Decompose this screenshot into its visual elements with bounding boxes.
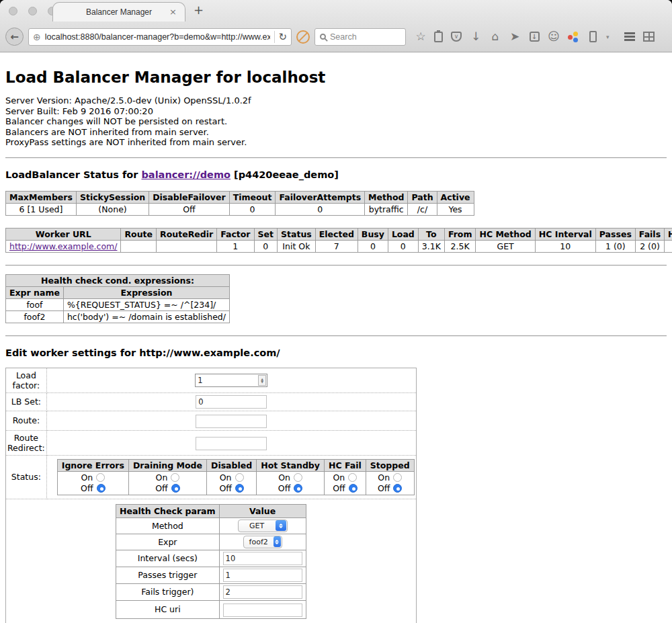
menu-hamburger-icon[interactable] [624, 36, 635, 38]
overflow-caret-icon[interactable]: ▾ [606, 34, 610, 40]
col-hc-method: HC Method [476, 228, 535, 240]
stopped-on-radio[interactable] [393, 473, 402, 482]
hc-fail-off-radio[interactable] [349, 484, 358, 493]
cell-maxmembers: 6 [1 Used] [6, 203, 77, 215]
edit-worker-heading: Edit worker settings for http://www.exam… [5, 347, 667, 358]
cell-expr-name: foof2 [6, 310, 64, 323]
window-close-button[interactable] [9, 7, 17, 15]
extension-colors-icon[interactable] [568, 32, 579, 42]
method-select[interactable]: GET [238, 520, 288, 532]
col-stopped: Stopped [366, 459, 414, 471]
back-button[interactable]: ← [5, 28, 24, 46]
reload-icon[interactable]: ↻ [278, 31, 287, 43]
url-bar[interactable]: ⊕ localhost:8880/balancer-manager?b=demo… [28, 28, 292, 46]
navigation-toolbar: ← ⊕ localhost:8880/balancer-manager?b=de… [0, 22, 672, 52]
draining-mode-on-radio[interactable] [171, 473, 179, 482]
cell-hc-interval: 10 [535, 240, 595, 252]
cell-set: 0 [254, 240, 277, 252]
load-factor-input[interactable]: 1 ▲▼ [195, 374, 267, 387]
status-heading-prefix: LoadBalancer Status for [5, 169, 141, 180]
ignore-errors-off-radio[interactable] [97, 484, 106, 493]
col-status: Status [278, 228, 316, 240]
fails-value: 2 [226, 587, 230, 597]
radio-on-label: On [220, 472, 232, 483]
col-factor: Factor [217, 228, 254, 240]
feedback-smiley-icon[interactable]: ☺ [548, 31, 560, 43]
expr-select[interactable]: foof2 [243, 536, 282, 548]
interval-param-label: Interval (secs) [116, 550, 220, 567]
radio-off-label: Off [333, 483, 345, 493]
lb-set-value: 0 [198, 397, 203, 407]
draining-mode-off-radio[interactable] [171, 484, 180, 493]
server-version-line: Server Version: Apache/2.5.0-dev (Unix) … [5, 95, 667, 106]
route-input[interactable] [196, 415, 267, 428]
col-routeredir: RouteRedir [157, 228, 217, 240]
cell-hc-uri [665, 240, 672, 252]
cell-elected: 7 [315, 240, 358, 252]
pocket-icon[interactable]: ∨ [451, 32, 462, 42]
save-page-icon[interactable]: ↓ [530, 32, 540, 42]
ignore-errors-on-radio[interactable] [96, 473, 105, 482]
number-stepper-icon[interactable]: ▲▼ [258, 375, 266, 386]
cell-path: /c/ [408, 203, 437, 215]
hot-standby-on-radio[interactable] [294, 473, 302, 482]
disabled-on-radio[interactable] [235, 473, 244, 482]
home-icon[interactable]: ⌂ [489, 31, 501, 43]
url-text[interactable]: localhost:8880/balancer-manager?b=demo&w… [45, 32, 270, 42]
new-tab-button[interactable]: + [194, 4, 204, 16]
col-ignore-errors: Ignore Errors [57, 459, 128, 471]
fails-param-label: Fails trigger) [116, 583, 220, 600]
content-blocker-icon[interactable] [296, 30, 310, 44]
expr-row: foof %{REQUEST_STATUS} =~ /^[234]/ [6, 298, 230, 310]
window-minimize-button[interactable] [28, 7, 37, 15]
interval-input[interactable]: 10 [223, 552, 302, 565]
col-draining-mode: Draining Mode [128, 459, 206, 471]
search-placeholder: Search [330, 32, 357, 42]
fails-input[interactable]: 2 [223, 585, 302, 599]
lb-set-label: LB Set: [6, 392, 47, 411]
status-label: Status: [6, 455, 47, 499]
ignore-errors-radios: On Off [57, 471, 128, 495]
cell-fails: 2 (0) [635, 240, 664, 252]
stopped-off-radio[interactable] [393, 484, 402, 493]
col-elected: Elected [315, 228, 358, 240]
reading-list-icon[interactable] [434, 32, 443, 42]
col-busy: Busy [358, 228, 388, 240]
status-flags-table: Ignore Errors Draining Mode Disabled Hot… [57, 459, 415, 495]
route-label: Route: [6, 411, 47, 430]
radio-off-label: Off [378, 483, 390, 493]
lb-set-input[interactable]: 0 [196, 395, 267, 409]
method-param-label: Method [116, 517, 220, 534]
search-icon [320, 34, 326, 40]
interval-value: 10 [226, 554, 236, 563]
hc-fail-on-radio[interactable] [348, 473, 357, 482]
route-redirect-label: Route Redirect: [6, 430, 47, 455]
passes-input[interactable]: 1 [223, 569, 302, 582]
col-stickysession: StickySession [76, 191, 149, 203]
send-tab-icon[interactable]: ➤ [509, 31, 521, 43]
edit-worker-form: Load factor: 1 ▲▼ LB Set: 0 Route: Route… [5, 368, 417, 623]
bookmark-star-icon[interactable]: ☆ [415, 31, 427, 43]
worker-url-link[interactable]: http://www.example.com/ [9, 241, 117, 251]
search-input[interactable]: Search [314, 28, 406, 46]
health-check-param-table: Health Check param Value Method GET [116, 504, 306, 619]
balancer-demo-link[interactable]: balancer://demo [141, 169, 230, 180]
tab-close-icon[interactable]: × [169, 7, 177, 17]
health-check-expressions-table: Health check cond. expressions: Expr nam… [5, 274, 230, 323]
cell-passes: 1 (0) [595, 240, 635, 252]
route-redirect-input[interactable] [196, 437, 267, 450]
device-sync-icon[interactable] [589, 31, 597, 42]
sidebar-grid-icon[interactable] [643, 32, 655, 42]
hot-standby-off-radio[interactable] [294, 484, 302, 493]
col-disabled: Disabled [207, 459, 257, 471]
page-content: Load Balancer Manager for localhost Serv… [0, 52, 672, 623]
load-factor-label: Load factor: [6, 368, 47, 392]
downloads-icon[interactable]: ↓ [470, 31, 482, 43]
tab-balancer-manager[interactable]: Balancer Manager × [52, 2, 185, 22]
radio-on-label: On [378, 472, 390, 483]
divider [5, 157, 667, 159]
hc-uri-param-label: HC uri [116, 600, 220, 618]
chevron-updown-icon [274, 536, 281, 547]
hc-uri-input[interactable] [223, 604, 302, 617]
disabled-off-radio[interactable] [235, 484, 244, 493]
